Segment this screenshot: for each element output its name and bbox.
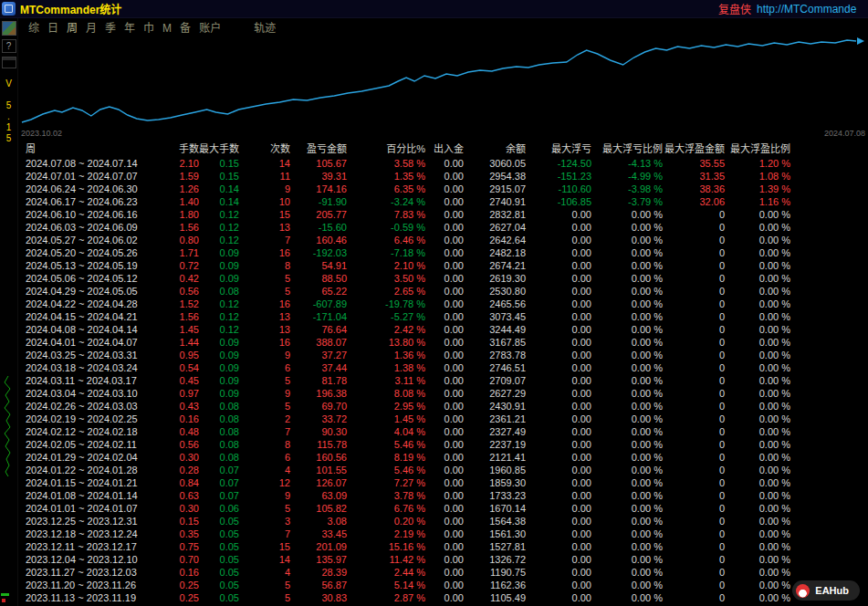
- table-row[interactable]: 2024.02.19 ~ 2024.02.250.160.08233.721.4…: [0, 413, 868, 425]
- table-row[interactable]: 2024.05.13 ~ 2024.05.190.720.09854.912.1…: [0, 259, 868, 272]
- eahub-watermark[interactable]: EAHub: [792, 580, 860, 601]
- table-row[interactable]: 2024.02.26 ~ 2024.03.030.430.08569.702.9…: [0, 400, 868, 413]
- tab-年[interactable]: 年: [124, 21, 135, 36]
- tab-周[interactable]: 周: [67, 21, 78, 36]
- table-row[interactable]: 2024.04.08 ~ 2024.04.141.450.121376.642.…: [0, 323, 868, 336]
- cell: 5: [239, 400, 290, 413]
- status-red-indicator: [2, 599, 5, 602]
- cell: 16: [239, 246, 290, 259]
- cell: 0: [663, 540, 725, 553]
- cell: 2709.07: [464, 374, 526, 387]
- table-row[interactable]: 2024.07.01 ~ 2024.07.071.590.151139.311.…: [0, 170, 868, 183]
- cell: 2023.11.27 ~ 2023.12.03: [26, 566, 170, 579]
- table-row[interactable]: 2023.12.04 ~ 2023.12.100.700.0514135.971…: [0, 553, 868, 566]
- table-row[interactable]: 2024.01.01 ~ 2024.01.070.300.065105.826.…: [0, 502, 868, 515]
- cell: 0.00 %: [725, 515, 790, 528]
- table-row[interactable]: 2023.12.18 ~ 2023.12.240.350.05733.452.1…: [0, 528, 868, 540]
- cell: 0.05: [199, 553, 239, 566]
- tab-账户[interactable]: 账户: [199, 21, 221, 36]
- cell: 2024.05.06 ~ 2024.05.12: [26, 272, 170, 285]
- table-row[interactable]: 2024.05.27 ~ 2024.06.020.800.127160.466.…: [0, 234, 868, 246]
- app-icon[interactable]: [2, 2, 16, 16]
- cell: 1564.38: [464, 515, 526, 528]
- help-icon[interactable]: ?: [2, 39, 16, 53]
- table-row[interactable]: 2023.11.20 ~ 2023.11.260.250.05556.875.1…: [0, 579, 868, 591]
- table-row[interactable]: 2024.06.10 ~ 2024.06.161.800.1215205.777…: [0, 208, 868, 221]
- cell: 2024.04.15 ~ 2024.04.21: [26, 310, 170, 323]
- cell: 0.16: [170, 413, 199, 425]
- table-row[interactable]: 2024.03.11 ~ 2024.03.170.450.09581.783.1…: [0, 374, 868, 387]
- table-row[interactable]: 2024.04.15 ~ 2024.04.211.560.1213-171.04…: [0, 310, 868, 323]
- cell: 0.00 %: [591, 476, 663, 489]
- tab-备[interactable]: 备: [180, 21, 191, 36]
- table-row[interactable]: 2024.05.20 ~ 2024.05.261.710.0916-192.03…: [0, 246, 868, 259]
- cell: 0.00 %: [591, 310, 663, 323]
- table-row[interactable]: 2024.06.03 ~ 2024.06.091.560.1213-15.60-…: [0, 221, 868, 234]
- table-row[interactable]: 2024.07.08 ~ 2024.07.142.100.1514105.673…: [0, 157, 868, 170]
- cell: 0.00 %: [591, 323, 663, 336]
- cell: 2024.07.08 ~ 2024.07.14: [26, 157, 170, 170]
- image-icon[interactable]: [2, 21, 16, 36]
- cell: 5: [239, 374, 290, 387]
- cell: 4: [239, 566, 290, 579]
- cell: 9: [239, 349, 290, 361]
- cell: 2023.12.18 ~ 2023.12.24: [26, 528, 170, 540]
- cell: 0.00 %: [591, 540, 663, 553]
- cell: 1.80: [170, 208, 199, 221]
- table-row[interactable]: 2023.12.11 ~ 2023.12.170.750.0515201.091…: [0, 540, 868, 553]
- table-row[interactable]: 2024.01.22 ~ 2024.01.280.280.074101.555.…: [0, 464, 868, 476]
- cell: 0.00 %: [591, 591, 663, 604]
- cell: 0: [663, 413, 725, 425]
- cell: 0.00: [425, 464, 464, 476]
- table-row[interactable]: 2024.01.29 ~ 2024.02.040.300.086160.568.…: [0, 451, 868, 464]
- cell: 0.00: [526, 502, 591, 515]
- table-row[interactable]: 2023.11.27 ~ 2023.12.030.160.05428.392.4…: [0, 566, 868, 579]
- tab-M[interactable]: M: [162, 21, 172, 36]
- cell: 0.30: [170, 451, 199, 464]
- cell: 0.00 %: [725, 553, 790, 566]
- tab-日[interactable]: 日: [47, 21, 58, 36]
- table-row[interactable]: 2024.03.04 ~ 2024.03.100.970.099196.388.…: [0, 387, 868, 400]
- tab-季[interactable]: 季: [105, 21, 116, 36]
- tab-巾[interactable]: 巾: [143, 21, 154, 36]
- cell: 1105.49: [464, 591, 526, 604]
- cell: 0.00: [425, 208, 464, 221]
- tab-综[interactable]: 综: [28, 21, 39, 36]
- table-row[interactable]: 2024.01.15 ~ 2024.01.210.840.0712126.077…: [0, 476, 868, 489]
- table-row[interactable]: 2024.04.22 ~ 2024.04.281.520.1216-607.89…: [0, 298, 868, 310]
- table-row[interactable]: 2024.04.01 ~ 2024.04.071.440.0916388.071…: [0, 336, 868, 349]
- table-row[interactable]: 2024.01.08 ~ 2024.01.140.630.07963.093.7…: [0, 489, 868, 502]
- table-row[interactable]: 2024.02.05 ~ 2024.02.110.560.088115.785.…: [0, 438, 868, 451]
- cell: 0.00: [526, 438, 591, 451]
- cell: 3060.05: [464, 157, 526, 170]
- table-row[interactable]: 2023.11.13 ~ 2023.11.190.250.05530.832.8…: [0, 591, 868, 604]
- table-row[interactable]: 2024.04.29 ~ 2024.05.050.560.08565.222.6…: [0, 285, 868, 298]
- tab-月[interactable]: 月: [86, 21, 97, 36]
- cell: -110.60: [526, 183, 591, 195]
- panel-icon[interactable]: [2, 57, 16, 68]
- chart-start-date: 2023.10.02: [21, 129, 62, 138]
- table-row[interactable]: 2024.05.06 ~ 2024.05.120.420.09588.503.5…: [0, 272, 868, 285]
- cell: 6: [239, 451, 290, 464]
- brand-url-link[interactable]: http://MTCommande: [757, 3, 856, 16]
- table-row[interactable]: 2024.06.24 ~ 2024.06.301.260.149174.166.…: [0, 183, 868, 195]
- cell: 0: [663, 528, 725, 540]
- cell: 2627.29: [464, 387, 526, 400]
- cell: 0.08: [199, 285, 239, 298]
- cell: 2674.21: [464, 259, 526, 272]
- tab-轨迹[interactable]: 轨迹: [254, 21, 276, 36]
- cell: -607.89: [290, 298, 347, 310]
- table-row[interactable]: 2023.12.25 ~ 2023.12.310.150.0533.080.20…: [0, 515, 868, 528]
- cell: 0.00: [526, 298, 591, 310]
- cell: 0.08: [199, 438, 239, 451]
- table-row[interactable]: 2024.02.12 ~ 2024.02.180.480.08790.304.0…: [0, 425, 868, 438]
- window-title: MTCommander统计: [20, 1, 121, 16]
- cell: 0: [663, 579, 725, 591]
- cell: 0: [663, 336, 725, 349]
- table-row[interactable]: 2024.06.17 ~ 2024.06.231.400.1410-91.90-…: [0, 195, 868, 208]
- table-row[interactable]: 2024.03.18 ~ 2024.03.240.540.09637.441.3…: [0, 361, 868, 374]
- cell: -192.03: [290, 246, 347, 259]
- table-row[interactable]: 2024.03.25 ~ 2024.03.310.950.09937.271.3…: [0, 349, 868, 361]
- cell: 5: [239, 579, 290, 591]
- cell: 7.83 %: [347, 208, 425, 221]
